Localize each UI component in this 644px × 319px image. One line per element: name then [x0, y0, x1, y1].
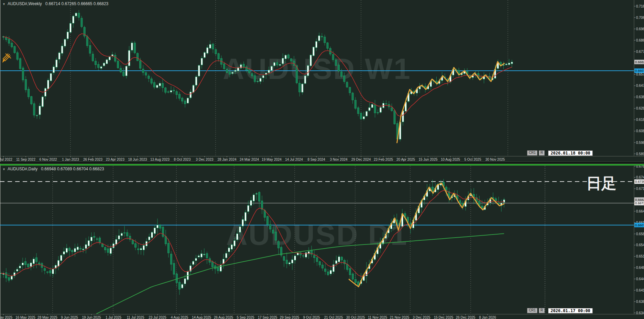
svg-text:0.64145: 0.64145 [636, 288, 644, 292]
svg-text:0.71620: 0.71620 [636, 4, 644, 8]
toolbox-daily: CR1 R 2026.01.17 00:00 [527, 308, 593, 314]
watermark: AUDUSD W1 [223, 52, 411, 85]
svg-text:8 Oct 2023: 8 Oct 2023 [174, 158, 191, 161]
chart-dropdown-icon[interactable]: ▼ [2, 2, 6, 6]
svg-text:18 Jun 2023: 18 Jun 2023 [128, 158, 147, 161]
cr1-button[interactable]: CR1 [527, 150, 537, 156]
chart-symbol-period: AUDUSD#,Daily [8, 167, 37, 171]
svg-text:11 Sep 2022: 11 Sep 2022 [16, 158, 35, 161]
svg-text:0.68690: 0.68690 [636, 38, 644, 42]
chart-symbol-period: AUDUSD#,Weekly [8, 1, 42, 6]
active-pane-band [0, 164, 644, 166]
svg-text:23 Apr 2023: 23 Apr 2023 [106, 158, 124, 161]
chart-ohlc-values: 0.66714 0.67265 0.66665 0.66823 [45, 1, 109, 6]
svg-text:0.66072: 0.66072 [635, 69, 644, 72]
datetime-box-daily[interactable]: 2026.01.17 00:00 [548, 308, 593, 314]
svg-text:8 Sep 2024: 8 Sep 2024 [307, 158, 325, 161]
annotation-label[interactable]: 日足 [586, 174, 616, 192]
svg-text:0.67355: 0.67355 [635, 180, 644, 183]
svg-text:9 Oct 2025: 9 Oct 2025 [303, 316, 320, 319]
svg-text:17 Jul 2022: 17 Jul 2022 [0, 158, 12, 161]
svg-text:20 Apr 2025: 20 Apr 2025 [396, 158, 415, 161]
svg-text:0.58920: 0.58920 [636, 152, 644, 156]
svg-text:15 Dec 2025: 15 Dec 2025 [434, 316, 454, 319]
svg-text:30 Oct 2025: 30 Oct 2025 [346, 316, 365, 319]
chart-pane-daily: AUDUSD D1日足0.678100.674800.671450.668100… [0, 164, 644, 319]
svg-text:15 Jun 2025: 15 Jun 2025 [418, 158, 437, 161]
chart-title-daily: ▼AUDUSD#,Daily0.66948 0.67089 0.66704 0.… [2, 167, 104, 171]
svg-text:0.66823: 0.66823 [635, 198, 644, 202]
svg-text:0.62830: 0.62830 [636, 106, 644, 110]
r-button[interactable]: R [539, 150, 545, 156]
svg-text:14 Aug 2025: 14 Aug 2025 [192, 316, 211, 319]
time-axis[interactable]: 6 May 202516 May 202528 May 20259 Jun 20… [0, 314, 496, 319]
datetime-box-weekly[interactable]: 2026.01.18 00:00 [548, 150, 593, 156]
svg-text:1 Jan 2023: 1 Jan 2023 [62, 158, 79, 161]
svg-text:0.65810: 0.65810 [636, 232, 644, 236]
svg-text:23 Feb 2025: 23 Feb 2025 [374, 158, 393, 161]
chart-pane-weekly: AUDUSD W10.716200.706450.696650.686900.6… [0, 0, 644, 164]
svg-text:26 Aug 2025: 26 Aug 2025 [214, 316, 233, 319]
svg-text:0.66823: 0.66823 [635, 60, 644, 64]
svg-text:4 Aug 2025: 4 Aug 2025 [171, 316, 188, 319]
toolbox-weekly: CR1 R 2026.01.18 00:00 [527, 150, 593, 156]
svg-text:0.70645: 0.70645 [636, 16, 644, 20]
svg-text:0.59895: 0.59895 [636, 141, 644, 145]
svg-text:29 Dec 2024: 29 Dec 2024 [351, 158, 371, 161]
pane-splitter[interactable] [0, 162, 644, 164]
svg-text:0.63810: 0.63810 [636, 300, 644, 304]
chart-canvas-daily[interactable]: AUDUSD D1日足0.678100.674800.671450.668100… [0, 164, 644, 319]
svg-text:0.61850: 0.61850 [636, 118, 644, 122]
svg-text:17 Sep 2025: 17 Sep 2025 [258, 316, 277, 319]
svg-text:5 Oct 2025: 5 Oct 2025 [465, 158, 481, 161]
mt4-chart-window: AUDUSD W10.716200.706450.696650.686900.6… [0, 0, 644, 319]
chart-ohlc-values: 0.66948 0.67089 0.66704 0.66823 [41, 167, 104, 171]
chart-title-weekly: ▼AUDUSD#,Weekly0.66714 0.67265 0.66665 0… [2, 1, 108, 6]
svg-text:26 Feb 2023: 26 Feb 2023 [83, 158, 103, 161]
svg-text:10 Aug 2025: 10 Aug 2025 [441, 158, 460, 161]
svg-text:0.67715: 0.67715 [636, 50, 644, 54]
price-tag-white: 0.67355 [634, 179, 644, 184]
svg-text:0.64780: 0.64780 [636, 84, 644, 88]
svg-text:0.60875: 0.60875 [636, 129, 644, 133]
svg-text:3 Dec 2023: 3 Dec 2023 [196, 158, 214, 161]
svg-text:19 Jun 2025: 19 Jun 2025 [82, 316, 101, 319]
svg-text:30 Nov 2025: 30 Nov 2025 [485, 158, 505, 161]
time-axis[interactable]: 17 Jul 202211 Sep 20226 Nov 20221 Jan 20… [0, 156, 505, 161]
svg-text:1 Jul 2025: 1 Jul 2025 [106, 316, 122, 319]
svg-text:21 Nov 2025: 21 Nov 2025 [390, 316, 410, 319]
svg-text:AUDUSD W1: AUDUSD W1 [223, 52, 411, 85]
svg-text:6 Nov 2022: 6 Nov 2022 [39, 158, 57, 161]
svg-text:16 May 2025: 16 May 2025 [15, 316, 35, 319]
svg-text:0.64480: 0.64480 [636, 277, 644, 281]
svg-text:0.65145: 0.65145 [636, 254, 644, 258]
price-tag-gray: 0.66823 [634, 197, 644, 202]
svg-text:0.67480: 0.67480 [636, 175, 644, 179]
svg-text:23 Jul 2025: 23 Jul 2025 [149, 316, 166, 319]
svg-text:0.65760: 0.65760 [636, 72, 644, 76]
svg-text:0.64810: 0.64810 [636, 266, 644, 270]
price-tag-blue: 0.66072 [634, 68, 644, 73]
svg-text:24 Mar 2024: 24 Mar 2024 [240, 158, 259, 161]
cr1-button[interactable]: CR1 [527, 308, 537, 313]
svg-text:6 May 2025: 6 May 2025 [0, 316, 13, 319]
svg-text:28 Jan 2024: 28 Jan 2024 [217, 158, 236, 161]
svg-text:0.66480: 0.66480 [636, 209, 644, 213]
svg-text:9 Jun 2025: 9 Jun 2025 [61, 316, 78, 319]
r-button[interactable]: R [539, 308, 545, 313]
svg-text:0.67145: 0.67145 [636, 187, 644, 191]
zigzag-trendline[interactable] [397, 62, 504, 143]
svg-text:0.69665: 0.69665 [636, 27, 644, 31]
chart-canvas-weekly[interactable]: AUDUSD W10.716200.706450.696650.686900.6… [0, 0, 644, 164]
svg-text:5 Sep 2025: 5 Sep 2025 [237, 316, 254, 319]
svg-text:11 Jul 2025: 11 Jul 2025 [127, 316, 144, 319]
svg-text:3 Nov 2024: 3 Nov 2024 [330, 158, 348, 161]
svg-text:3 Dec 2025: 3 Dec 2025 [413, 316, 430, 319]
chart-dropdown-icon[interactable]: ▼ [2, 168, 6, 171]
svg-text:0.66072: 0.66072 [635, 223, 644, 227]
svg-text:14 Jul 2024: 14 Jul 2024 [285, 158, 303, 161]
svg-text:0.63805: 0.63805 [636, 95, 644, 99]
svg-text:13 Aug 2023: 13 Aug 2023 [150, 158, 170, 161]
svg-text:0.63480: 0.63480 [636, 311, 644, 315]
svg-text:0.65480: 0.65480 [636, 243, 644, 247]
